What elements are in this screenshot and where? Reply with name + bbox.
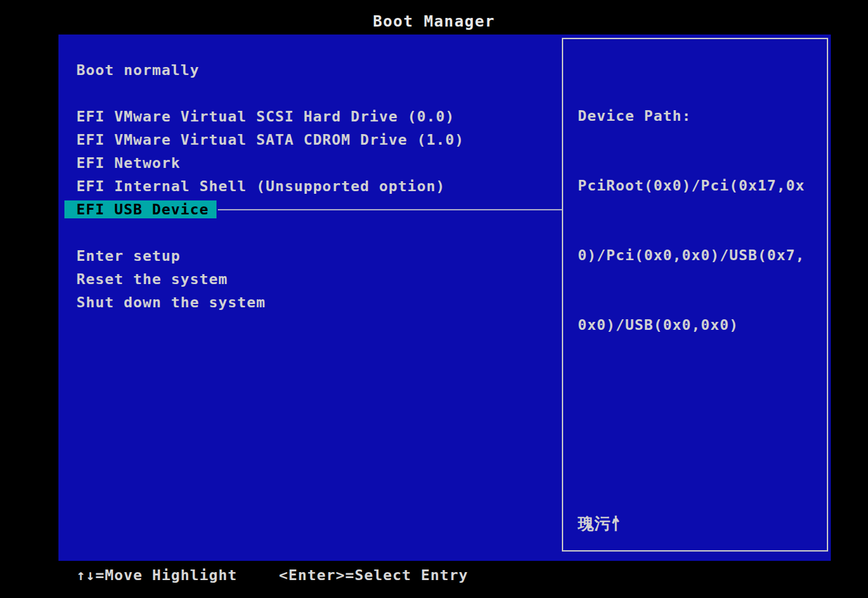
menu-item-efi-scsi-hard-drive[interactable]: EFI VMware Virtual SCSI Hard Drive (0.0): [58, 105, 562, 128]
menu-item-label: EFI VMware Virtual SCSI Hard Drive (0.0): [76, 108, 455, 125]
boot-manager-screen: Boot Manager Boot normally EFI VMware Vi…: [0, 0, 868, 598]
menu-item-label: Boot normally: [76, 62, 199, 78]
page-title: Boot Manager: [0, 13, 868, 30]
help-move-highlight: ↑↓=Move Highlight: [76, 567, 237, 583]
device-path-panel: Device Path: PciRoot(0x0)/Pci(0x17,0x 0)…: [562, 38, 828, 552]
menu-spacer: [58, 82, 562, 105]
device-path-line: PciRoot(0x0)/Pci(0x17,0x: [578, 174, 818, 197]
help-bar: ↑↓=Move Highlight <Enter>=Select Entry: [0, 565, 868, 592]
device-path-line: Device Path:: [578, 104, 818, 127]
menu-item-efi-internal-shell[interactable]: EFI Internal Shell (Unsupported option): [58, 175, 562, 198]
menu-item-boot-normally[interactable]: Boot normally: [58, 58, 562, 82]
boot-menu: Boot normally EFI VMware Virtual SCSI Ha…: [58, 58, 562, 314]
panel-footer-garbled-text: 瑰污忄: [578, 513, 628, 534]
menu-item-efi-network[interactable]: EFI Network: [58, 151, 562, 175]
menu-item-label: Shut down the system: [76, 294, 266, 311]
menu-item-label: EFI Network: [76, 155, 181, 171]
menu-item-label: EFI Internal Shell (Unsupported option): [76, 178, 446, 194]
menu-item-enter-setup[interactable]: Enter setup: [58, 244, 562, 267]
highlight-connector-line: [218, 209, 562, 210]
menu-item-label: EFI VMware Virtual SATA CDROM Drive (1.0…: [76, 131, 464, 148]
menu-spacer: [58, 221, 562, 244]
menu-item-reset-system[interactable]: Reset the system: [58, 267, 562, 291]
menu-item-shutdown-system[interactable]: Shut down the system: [58, 291, 562, 314]
menu-item-label: Reset the system: [76, 271, 228, 287]
device-path-text: Device Path: PciRoot(0x0)/Pci(0x17,0x 0)…: [563, 39, 827, 383]
menu-item-efi-sata-cdrom-drive[interactable]: EFI VMware Virtual SATA CDROM Drive (1.0…: [58, 128, 562, 151]
main-panel: Boot normally EFI VMware Virtual SCSI Ha…: [58, 35, 831, 561]
help-select-entry: <Enter>=Select Entry: [279, 567, 468, 583]
menu-item-label: Enter setup: [76, 248, 181, 264]
device-path-line: 0)/Pci(0x0,0x0)/USB(0x7,: [578, 244, 818, 267]
device-path-line: 0x0)/USB(0x0,0x0): [578, 313, 818, 336]
menu-item-label-highlighted: EFI USB Device: [64, 200, 217, 218]
menu-item-efi-usb-device[interactable]: EFI USB Device: [58, 198, 562, 221]
